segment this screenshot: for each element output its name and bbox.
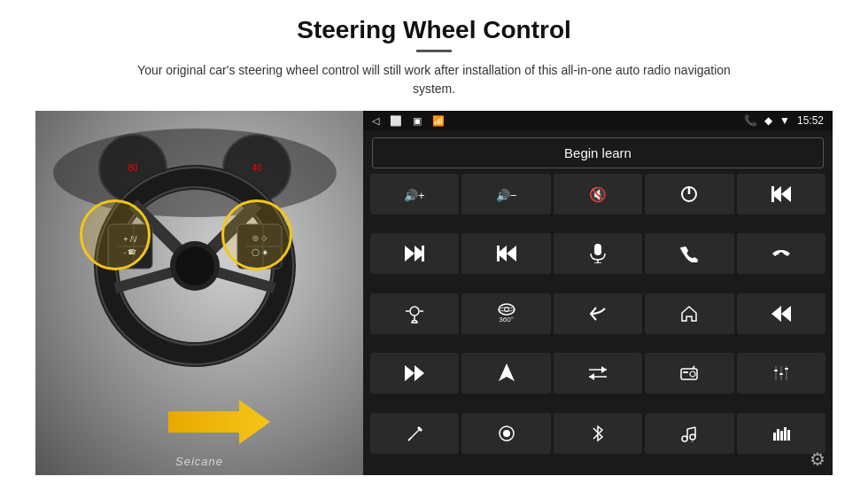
svg-rect-65 [779, 373, 783, 375]
bluetooth-button[interactable] [554, 413, 642, 454]
prev-track-button[interactable] [737, 174, 825, 215]
vol-up-button[interactable]: 🔊+ [370, 174, 459, 215]
svg-text:🔊+: 🔊+ [404, 188, 425, 203]
phone-status-icon: 📞 [744, 114, 757, 127]
begin-learn-button[interactable]: Begin learn [372, 137, 824, 168]
skip-forward-button[interactable] [370, 233, 459, 274]
vol-down-button[interactable]: 🔊− [461, 174, 550, 215]
car-image: 80 40 + /\/ - ☎ [35, 111, 363, 475]
record-button[interactable] [461, 413, 550, 454]
begin-learn-row: Begin learn [363, 130, 833, 174]
svg-rect-59 [683, 371, 688, 373]
end-call-button[interactable] [737, 233, 825, 274]
power-button[interactable] [645, 174, 733, 215]
360-view-button[interactable]: 360° [461, 293, 550, 334]
svg-text:80: 80 [128, 163, 138, 173]
music-button[interactable]: ♪ [645, 413, 733, 454]
highlight-left [80, 199, 151, 270]
page: Steering Wheel Control Your original car… [0, 0, 868, 484]
svg-marker-51 [415, 365, 424, 381]
page-title: Steering Wheel Control [297, 16, 571, 44]
wifi-status-icon: ◆ [764, 114, 772, 127]
status-bar: ◁ ⬜ ▣ 📶 📞 ◆ ▼ 15:52 [363, 111, 833, 130]
svg-marker-47 [682, 307, 696, 321]
svg-rect-80 [780, 431, 783, 441]
mic-button[interactable] [554, 233, 642, 274]
svg-marker-54 [601, 366, 607, 373]
svg-text:♪: ♪ [691, 438, 694, 442]
svg-rect-31 [771, 186, 774, 202]
status-bar-left: ◁ ⬜ ▣ 📶 [372, 115, 445, 127]
svg-line-76 [687, 427, 695, 429]
svg-rect-64 [774, 370, 778, 371]
equalizer-button[interactable] [737, 353, 825, 394]
svg-marker-36 [507, 246, 516, 262]
settings-gear-icon[interactable]: ⚙ [810, 449, 825, 470]
svg-point-13 [175, 246, 214, 285]
gps-status-icon: ▼ [779, 114, 790, 127]
spectrum-button[interactable] [737, 413, 825, 454]
clock-display: 15:52 [797, 114, 824, 127]
mute-button[interactable]: 🔇 [554, 174, 642, 215]
svg-point-41 [410, 307, 419, 316]
svg-marker-33 [405, 246, 415, 262]
svg-line-69 [408, 438, 411, 441]
light-button[interactable] [370, 293, 459, 334]
svg-point-46 [499, 308, 515, 311]
radio-button[interactable] [645, 353, 733, 394]
svg-text:🔊−: 🔊− [496, 188, 517, 203]
home-nav-icon[interactable]: ⬜ [390, 115, 402, 127]
swap-button[interactable] [554, 353, 642, 394]
svg-marker-52 [499, 363, 515, 381]
svg-rect-81 [784, 427, 787, 441]
svg-marker-56 [589, 373, 594, 380]
rewind-button[interactable] [737, 293, 825, 334]
recents-nav-icon[interactable]: ▣ [413, 115, 422, 127]
svg-point-58 [690, 371, 695, 377]
home-nav-button[interactable] [645, 293, 733, 334]
svg-marker-29 [781, 186, 791, 202]
control-panel: ◁ ⬜ ▣ 📶 📞 ◆ ▼ 15:52 Begin learn [363, 111, 833, 475]
svg-marker-48 [781, 306, 791, 322]
highlight-right [221, 199, 292, 270]
svg-point-72 [682, 436, 687, 441]
svg-marker-24 [168, 400, 270, 444]
back-nav-button[interactable] [554, 293, 642, 334]
back-nav-icon[interactable]: ◁ [372, 115, 379, 127]
svg-rect-66 [785, 368, 788, 370]
svg-rect-57 [681, 369, 697, 379]
svg-rect-78 [773, 433, 776, 441]
signal-icon: 📶 [432, 115, 445, 127]
svg-text:40: 40 [252, 163, 262, 173]
content-row: 80 40 + /\/ - ☎ [35, 111, 833, 475]
svg-point-44 [499, 304, 515, 315]
icon-grid: 🔊+ 🔊− 🔇 [363, 174, 833, 475]
page-subtitle: Your original car's steering wheel contr… [124, 61, 744, 98]
call-button[interactable] [645, 233, 733, 274]
svg-rect-82 [787, 430, 790, 441]
edit-button[interactable] [370, 413, 459, 454]
title-divider [416, 50, 452, 52]
svg-point-71 [503, 430, 510, 437]
skip-back-button[interactable] [461, 233, 550, 274]
status-bar-right: 📞 ◆ ▼ 15:52 [744, 114, 824, 127]
navigate-button[interactable] [461, 353, 550, 394]
watermark: Seicane [175, 455, 223, 468]
svg-marker-49 [771, 306, 781, 322]
fast-forward-button[interactable] [370, 353, 459, 394]
svg-marker-50 [405, 365, 415, 381]
svg-rect-79 [777, 429, 779, 441]
arrow-svg [159, 395, 275, 449]
svg-rect-38 [594, 244, 601, 255]
